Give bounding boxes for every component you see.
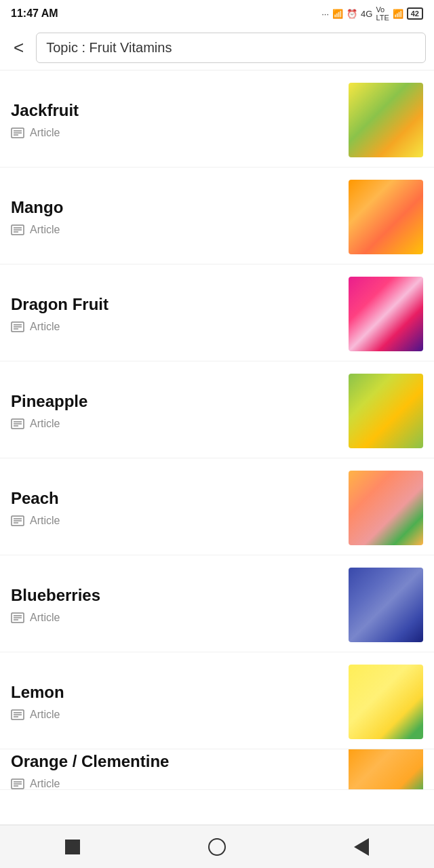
fruit-type-peach: Article [11,515,340,527]
fruit-article-label-peach: Article [30,515,60,527]
fruit-image-blueberries [349,568,423,642]
fruit-type-jackfruit: Article [11,127,340,139]
status-bar: 11:47 AM ··· 📶 ⏰ 4G VoLTE 📶 42 [0,0,434,26]
network-icon: 4G [361,9,372,19]
fruit-name-lemon: Lemon [11,683,340,702]
back-nav-button[interactable] [341,833,382,861]
fruit-info-peach: Peach Article [11,489,340,527]
battery-indicator: 42 [407,7,423,20]
fruit-image-orange [349,749,423,790]
fruit-name-peach: Peach [11,489,340,508]
fruit-item-jackfruit[interactable]: Jackfruit Article [0,71,434,167]
article-icon-orange [11,778,24,789]
fruit-image-jackfruit [349,83,423,157]
fruit-type-orange: Article [11,778,340,790]
fruit-info-blueberries: Blueberries Article [11,586,340,624]
article-icon-blueberries [11,612,24,623]
fruit-article-label-pineapple: Article [30,418,60,430]
lte-icon: VoLTE [376,5,389,22]
fruit-article-label-jackfruit: Article [30,127,60,139]
article-icon-lemon [11,709,24,720]
circle-icon [208,838,226,856]
fruit-name-pineapple: Pineapple [11,392,340,411]
fruit-image-dragonfruit [349,277,423,351]
status-time: 11:47 AM [11,7,58,20]
fruit-info-lemon: Lemon Article [11,683,340,721]
fruit-article-label-lemon: Article [30,709,60,721]
fruit-item-mango[interactable]: Mango Article [0,167,434,264]
fruit-name-jackfruit: Jackfruit [11,101,340,120]
fruit-item-orange[interactable]: Orange / Clementine Article [0,749,434,790]
home-button[interactable] [197,833,237,861]
wifi-icon: 📶 [393,9,403,19]
alarm-icon: ⏰ [347,9,357,19]
fruit-type-pineapple: Article [11,418,340,430]
recent-apps-button[interactable] [52,833,93,861]
fruit-article-label-mango: Article [30,224,60,236]
fruit-image-lemon [349,665,423,739]
square-icon [65,840,80,854]
fruit-image-peach [349,471,423,545]
fruit-info-jackfruit: Jackfruit Article [11,101,340,139]
fruit-type-blueberries: Article [11,612,340,624]
fruit-name-orange: Orange / Clementine [11,752,340,771]
nav-bar [0,825,434,868]
fruit-info-dragonfruit: Dragon Fruit Article [11,295,340,333]
fruit-type-mango: Article [11,224,340,236]
more-icon: ··· [321,9,329,19]
article-icon-mango [11,224,24,235]
fruit-name-dragonfruit: Dragon Fruit [11,295,340,314]
fruit-info-pineapple: Pineapple Article [11,392,340,430]
fruit-name-blueberries: Blueberries [11,586,340,605]
fruit-list: Jackfruit Article Mango [0,71,434,790]
fruit-name-mango: Mango [11,198,340,217]
article-icon-peach [11,515,24,526]
article-icon-dragonfruit [11,321,24,332]
fruit-article-label-blueberries: Article [30,612,60,624]
fruit-item-peach[interactable]: Peach Article [0,458,434,555]
fruit-type-lemon: Article [11,709,340,721]
fruit-info-orange: Orange / Clementine Article [11,752,340,790]
signal-icon: 📶 [332,9,343,19]
fruit-image-pineapple [349,374,423,448]
fruit-item-pineapple[interactable]: Pineapple Article [0,361,434,458]
back-button[interactable]: < [8,35,29,61]
article-icon-pineapple [11,418,24,429]
fruit-info-mango: Mango Article [11,198,340,236]
status-icons: ··· 📶 ⏰ 4G VoLTE 📶 42 [321,5,423,22]
fruit-item-blueberries[interactable]: Blueberries Article [0,555,434,652]
fruit-item-lemon[interactable]: Lemon Article [0,652,434,749]
fruit-image-mango [349,180,423,254]
article-icon-jackfruit [11,127,24,138]
header: < [0,26,434,71]
fruit-article-label-orange: Article [30,778,60,790]
fruit-article-label-dragonfruit: Article [30,321,60,333]
fruit-type-dragonfruit: Article [11,321,340,333]
topic-search-input[interactable] [36,33,426,63]
fruit-item-dragonfruit[interactable]: Dragon Fruit Article [0,264,434,361]
triangle-icon [354,838,369,856]
